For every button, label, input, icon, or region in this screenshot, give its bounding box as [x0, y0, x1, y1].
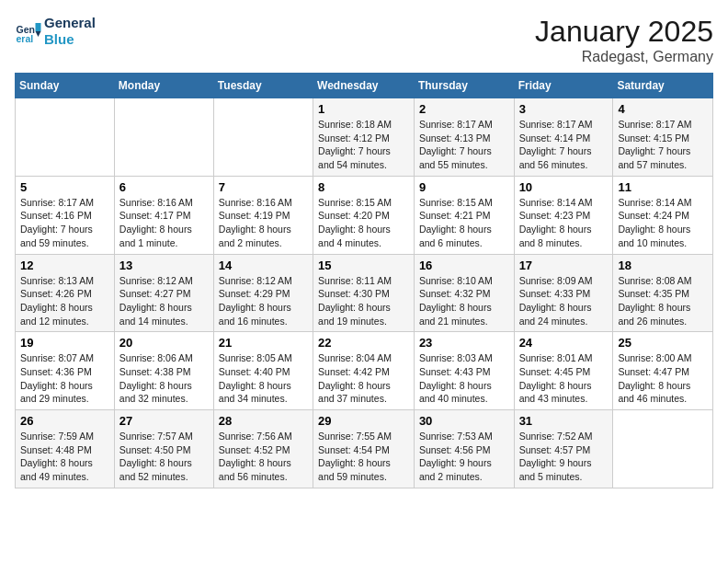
- week-row-1: 1Sunrise: 8:18 AM Sunset: 4:12 PM Daylig…: [16, 98, 713, 177]
- day-info: Sunrise: 8:15 AM Sunset: 4:20 PM Dayligh…: [318, 196, 409, 250]
- calendar-cell: 7Sunrise: 8:16 AM Sunset: 4:19 PM Daylig…: [213, 176, 313, 254]
- day-info: Sunrise: 8:17 AM Sunset: 4:14 PM Dayligh…: [519, 118, 609, 172]
- week-row-5: 26Sunrise: 7:59 AM Sunset: 4:48 PM Dayli…: [16, 410, 713, 488]
- day-number: 12: [20, 259, 109, 272]
- day-number: 27: [119, 414, 209, 428]
- day-info: Sunrise: 8:04 AM Sunset: 4:42 PM Dayligh…: [318, 351, 409, 406]
- day-info: Sunrise: 8:16 AM Sunset: 4:17 PM Dayligh…: [119, 196, 209, 250]
- calendar-cell: 14Sunrise: 8:12 AM Sunset: 4:29 PM Dayli…: [213, 254, 313, 332]
- day-number: 1: [318, 102, 409, 116]
- calendar-cell: 5Sunrise: 8:17 AM Sunset: 4:16 PM Daylig…: [16, 176, 115, 254]
- day-info: Sunrise: 7:52 AM Sunset: 4:57 PM Dayligh…: [519, 430, 609, 484]
- day-info: Sunrise: 8:14 AM Sunset: 4:23 PM Dayligh…: [519, 196, 609, 250]
- day-info: Sunrise: 8:14 AM Sunset: 4:24 PM Dayligh…: [618, 196, 708, 250]
- svg-marker-3: [36, 31, 41, 37]
- day-info: Sunrise: 7:56 AM Sunset: 4:52 PM Dayligh…: [219, 430, 308, 484]
- day-number: 22: [318, 336, 409, 350]
- day-number: 4: [618, 102, 708, 116]
- day-number: 3: [519, 102, 609, 116]
- calendar-title: January 2025: [535, 15, 713, 49]
- day-number: 18: [618, 259, 708, 272]
- calendar-cell: 19Sunrise: 8:07 AM Sunset: 4:36 PM Dayli…: [16, 332, 115, 410]
- calendar-subtitle: Radegast, Germany: [535, 49, 713, 65]
- day-info: Sunrise: 7:53 AM Sunset: 4:56 PM Dayligh…: [419, 430, 509, 484]
- calendar-cell: 31Sunrise: 7:52 AM Sunset: 4:57 PM Dayli…: [514, 410, 613, 488]
- day-number: 17: [519, 259, 609, 272]
- calendar-cell: 1Sunrise: 8:18 AM Sunset: 4:12 PM Daylig…: [313, 98, 415, 177]
- day-number: 20: [119, 336, 209, 350]
- day-number: 24: [519, 336, 609, 350]
- calendar-cell: 18Sunrise: 8:08 AM Sunset: 4:35 PM Dayli…: [613, 254, 713, 332]
- day-number: 15: [318, 259, 409, 272]
- calendar-cell: 8Sunrise: 8:15 AM Sunset: 4:20 PM Daylig…: [313, 176, 415, 254]
- day-number: 26: [20, 414, 109, 428]
- calendar-cell: [613, 410, 713, 488]
- day-info: Sunrise: 7:57 AM Sunset: 4:50 PM Dayligh…: [119, 430, 209, 484]
- header-monday: Monday: [114, 74, 213, 98]
- day-number: 25: [618, 336, 708, 350]
- day-number: 2: [419, 102, 509, 116]
- calendar-cell: 24Sunrise: 8:01 AM Sunset: 4:45 PM Dayli…: [514, 332, 613, 410]
- day-number: 29: [318, 414, 409, 428]
- day-info: Sunrise: 8:00 AM Sunset: 4:47 PM Dayligh…: [618, 351, 708, 406]
- header-sunday: Sunday: [16, 74, 115, 98]
- day-number: 10: [519, 180, 609, 194]
- calendar-cell: 4Sunrise: 8:17 AM Sunset: 4:15 PM Daylig…: [613, 98, 713, 177]
- day-number: 14: [219, 259, 308, 272]
- calendar-cell: 29Sunrise: 7:55 AM Sunset: 4:54 PM Dayli…: [313, 410, 415, 488]
- day-info: Sunrise: 7:59 AM Sunset: 4:48 PM Dayligh…: [20, 430, 109, 484]
- calendar-cell: 15Sunrise: 8:11 AM Sunset: 4:30 PM Dayli…: [313, 254, 415, 332]
- calendar-header-row: SundayMondayTuesdayWednesdayThursdayFrid…: [16, 74, 713, 98]
- day-info: Sunrise: 8:12 AM Sunset: 4:29 PM Dayligh…: [219, 274, 308, 328]
- calendar-cell: 30Sunrise: 7:53 AM Sunset: 4:56 PM Dayli…: [414, 410, 514, 488]
- day-info: Sunrise: 8:05 AM Sunset: 4:40 PM Dayligh…: [219, 351, 308, 406]
- calendar-cell: 28Sunrise: 7:56 AM Sunset: 4:52 PM Dayli…: [213, 410, 313, 488]
- calendar-cell: 21Sunrise: 8:05 AM Sunset: 4:40 PM Dayli…: [213, 332, 313, 410]
- day-info: Sunrise: 8:03 AM Sunset: 4:43 PM Dayligh…: [419, 351, 509, 406]
- day-info: Sunrise: 8:09 AM Sunset: 4:33 PM Dayligh…: [519, 274, 609, 328]
- calendar-cell: 27Sunrise: 7:57 AM Sunset: 4:50 PM Dayli…: [114, 410, 213, 488]
- day-number: 28: [219, 414, 308, 428]
- calendar-cell: 2Sunrise: 8:17 AM Sunset: 4:13 PM Daylig…: [414, 98, 514, 177]
- day-info: Sunrise: 8:01 AM Sunset: 4:45 PM Dayligh…: [519, 351, 609, 406]
- week-row-4: 19Sunrise: 8:07 AM Sunset: 4:36 PM Dayli…: [16, 332, 713, 410]
- day-number: 31: [519, 414, 609, 428]
- week-row-3: 12Sunrise: 8:13 AM Sunset: 4:26 PM Dayli…: [16, 254, 713, 332]
- day-info: Sunrise: 8:12 AM Sunset: 4:27 PM Dayligh…: [119, 274, 209, 328]
- calendar-cell: 20Sunrise: 8:06 AM Sunset: 4:38 PM Dayli…: [114, 332, 213, 410]
- day-info: Sunrise: 8:18 AM Sunset: 4:12 PM Dayligh…: [318, 118, 409, 172]
- day-number: 13: [119, 259, 209, 272]
- day-info: Sunrise: 7:55 AM Sunset: 4:54 PM Dayligh…: [318, 430, 409, 484]
- calendar-cell: 17Sunrise: 8:09 AM Sunset: 4:33 PM Dayli…: [514, 254, 613, 332]
- svg-text:eral: eral: [17, 33, 34, 44]
- header-tuesday: Tuesday: [213, 74, 313, 98]
- calendar-cell: 10Sunrise: 8:14 AM Sunset: 4:23 PM Dayli…: [514, 176, 613, 254]
- header-saturday: Saturday: [613, 74, 713, 98]
- calendar-cell: 9Sunrise: 8:15 AM Sunset: 4:21 PM Daylig…: [414, 176, 514, 254]
- calendar-cell: 26Sunrise: 7:59 AM Sunset: 4:48 PM Dayli…: [16, 410, 115, 488]
- day-info: Sunrise: 8:10 AM Sunset: 4:32 PM Dayligh…: [419, 274, 509, 328]
- calendar-cell: [213, 98, 313, 177]
- calendar-cell: 11Sunrise: 8:14 AM Sunset: 4:24 PM Dayli…: [613, 176, 713, 254]
- day-number: 9: [419, 180, 509, 194]
- day-info: Sunrise: 8:11 AM Sunset: 4:30 PM Dayligh…: [318, 274, 409, 328]
- day-number: 21: [219, 336, 308, 350]
- day-number: 30: [419, 414, 509, 428]
- calendar-cell: 22Sunrise: 8:04 AM Sunset: 4:42 PM Dayli…: [313, 332, 415, 410]
- day-info: Sunrise: 8:17 AM Sunset: 4:15 PM Dayligh…: [618, 118, 708, 172]
- day-number: 23: [419, 336, 509, 350]
- day-info: Sunrise: 8:16 AM Sunset: 4:19 PM Dayligh…: [219, 196, 308, 250]
- day-number: 6: [119, 180, 209, 194]
- page-header: Gen eral General Blue January 2025 Radeg…: [15, 15, 713, 65]
- day-number: 19: [20, 336, 109, 350]
- logo-icon: Gen eral: [15, 17, 42, 45]
- day-info: Sunrise: 8:13 AM Sunset: 4:26 PM Dayligh…: [20, 274, 109, 328]
- title-block: January 2025 Radegast, Germany: [535, 15, 713, 65]
- calendar-cell: 25Sunrise: 8:00 AM Sunset: 4:47 PM Dayli…: [613, 332, 713, 410]
- calendar-cell: 12Sunrise: 8:13 AM Sunset: 4:26 PM Dayli…: [16, 254, 115, 332]
- calendar-cell: 23Sunrise: 8:03 AM Sunset: 4:43 PM Dayli…: [414, 332, 514, 410]
- day-info: Sunrise: 8:06 AM Sunset: 4:38 PM Dayligh…: [119, 351, 209, 406]
- calendar-cell: 16Sunrise: 8:10 AM Sunset: 4:32 PM Dayli…: [414, 254, 514, 332]
- day-info: Sunrise: 8:07 AM Sunset: 4:36 PM Dayligh…: [20, 351, 109, 406]
- logo: Gen eral General Blue: [15, 15, 96, 48]
